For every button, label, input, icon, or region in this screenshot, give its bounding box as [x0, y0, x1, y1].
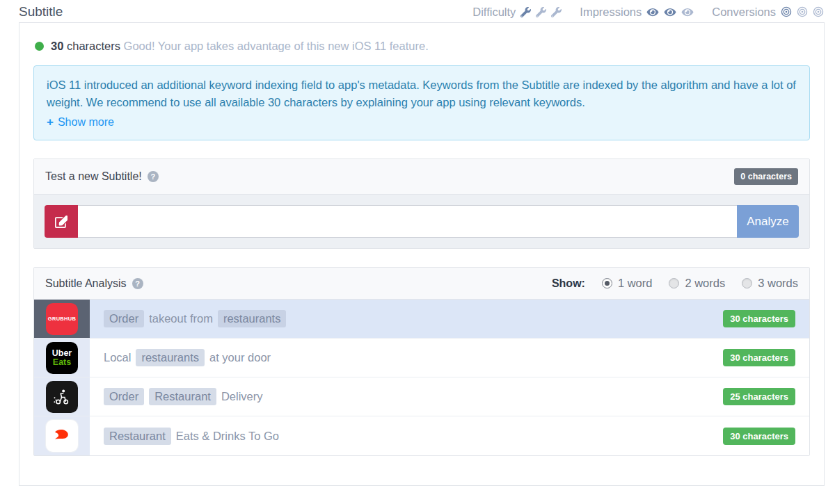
eye-icon [664, 7, 676, 17]
table-row[interactable]: OrderRestaurantDelivery25 characters [34, 377, 809, 416]
show-more-label: Show more [58, 113, 114, 131]
char-count-badge: 25 characters [723, 388, 795, 405]
ubereats-app-icon: UberEats [46, 342, 78, 374]
plain-text: takeout from [149, 312, 213, 325]
subtitle-text: Ordertakeout fromrestaurants [90, 300, 705, 338]
status-count: 30 [51, 40, 63, 52]
app-icon-cell [34, 377, 90, 416]
test-subtitle-title: Test a new Subtitle! [45, 170, 142, 183]
char-count-badge: 30 characters [723, 428, 795, 445]
table-row[interactable]: UberEatsLocalrestaurantsat your door30 c… [34, 339, 809, 377]
character-status: 30 characters Good! Your app takes advan… [35, 40, 809, 53]
char-count-badge: 30 characters [723, 310, 795, 327]
edit-button[interactable] [45, 205, 78, 238]
test-subtitle-header: Test a new Subtitle! ? 0 characters [34, 159, 809, 195]
subtitle-panel: 30 characters Good! Your app takes advan… [19, 22, 825, 486]
status-unit: characters [67, 40, 120, 52]
radio-label: 3 words [758, 277, 798, 290]
badge-cell: 30 characters [705, 339, 809, 377]
plus-icon: + [47, 116, 54, 128]
keyword-tag: Restaurant [149, 388, 216, 405]
wrench-icon [536, 7, 546, 17]
subtitle-text: OrderRestaurantDelivery [90, 377, 705, 416]
app-icon-cell: UberEats [34, 339, 90, 377]
keyword-tag: Order [104, 310, 144, 327]
plain-text: Eats & Drinks To Go [176, 430, 279, 443]
eye-icon [646, 7, 659, 17]
test-subtitle-card: Test a new Subtitle! ? 0 characters Anal… [33, 158, 810, 249]
show-label: Show: [552, 277, 585, 290]
badge-cell: 30 characters [705, 416, 809, 455]
impressions-metric: Impressions [580, 6, 694, 19]
page-title: Subtitle [19, 4, 63, 19]
bullseye-icon [781, 6, 792, 17]
grubhub-logo-text: GRUBHUB [48, 316, 76, 322]
difficulty-label: Difficulty [472, 6, 516, 19]
test-subtitle-body: Analyze [34, 195, 809, 248]
app-icon-cell: GRUBHUB [34, 300, 90, 338]
metric-legend: DifficultyImpressionsConversions [472, 6, 824, 19]
help-icon[interactable]: ? [148, 171, 159, 182]
subtitle-text: RestaurantEats & Drinks To Go [90, 416, 705, 455]
input-char-count-badge: 0 characters [734, 168, 798, 185]
grubhub-app-icon: GRUBHUB [46, 303, 78, 335]
scooter-app-icon [46, 381, 78, 413]
char-count-badge: 30 characters [723, 349, 795, 366]
impressions-label: Impressions [580, 6, 642, 19]
wrench-icon [551, 7, 562, 17]
show-option-1-word[interactable]: 1 word [602, 277, 653, 290]
plain-text: Delivery [221, 390, 263, 403]
table-row[interactable]: RestaurantEats & Drinks To Go30 characte… [34, 416, 809, 455]
badge-cell: 25 characters [705, 377, 809, 416]
radio-icon [602, 278, 612, 288]
show-options-group: Show: 1 word2 words3 words [552, 277, 798, 290]
radio-label: 2 words [685, 277, 725, 290]
difficulty-metric: Difficulty [472, 6, 562, 19]
radio-label: 1 word [618, 277, 653, 290]
plain-text: Local [104, 351, 131, 364]
show-more-link[interactable]: + Show more [47, 113, 114, 131]
wrench-icon [520, 7, 531, 17]
help-icon[interactable]: ? [132, 278, 143, 289]
plain-text: at your door [209, 351, 271, 364]
conversions-label: Conversions [712, 6, 776, 19]
subtitle-input[interactable] [78, 205, 737, 238]
subtitle-text: Localrestaurantsat your door [90, 339, 705, 377]
keyword-tag: restaurants [136, 349, 205, 366]
table-row[interactable]: GRUBHUBOrdertakeout fromrestaurants30 ch… [34, 300, 809, 339]
subtitle-analysis-header: Subtitle Analysis ? Show: 1 word2 words3… [34, 268, 809, 300]
keyword-tag: restaurants [218, 310, 287, 327]
status-dot-icon [35, 42, 44, 51]
bullseye-icon [797, 6, 808, 17]
analyze-button[interactable]: Analyze [737, 205, 799, 238]
app-icon-cell [34, 416, 90, 455]
ubereats-logo-line1: Uber [52, 349, 72, 358]
keyword-tag: Order [104, 388, 144, 405]
doordash-app-icon [46, 420, 78, 452]
ubereats-logo-line2: Eats [53, 358, 71, 367]
bullseye-icon [813, 6, 824, 17]
subtitle-analysis-title: Subtitle Analysis [45, 277, 127, 290]
info-box: iOS 11 introduced an additional keyword … [33, 65, 810, 140]
subtitle-analysis-card: Subtitle Analysis ? Show: 1 word2 words3… [33, 267, 810, 456]
info-text: iOS 11 introduced an additional keyword … [47, 79, 796, 108]
radio-icon [669, 278, 679, 288]
radio-icon [742, 278, 752, 288]
show-option-2-words[interactable]: 2 words [669, 277, 725, 290]
badge-cell: 30 characters [705, 300, 809, 338]
show-option-3-words[interactable]: 3 words [742, 277, 798, 290]
status-message: Good! Your app takes advantage of this n… [124, 40, 429, 52]
page-header: Subtitle DifficultyImpressionsConversion… [0, 0, 835, 22]
edit-pencil-icon [55, 216, 67, 228]
keyword-tag: Restaurant [104, 428, 171, 445]
eye-icon [681, 7, 694, 17]
conversions-metric: Conversions [712, 6, 824, 19]
analysis-table: GRUBHUBOrdertakeout fromrestaurants30 ch… [34, 300, 809, 455]
